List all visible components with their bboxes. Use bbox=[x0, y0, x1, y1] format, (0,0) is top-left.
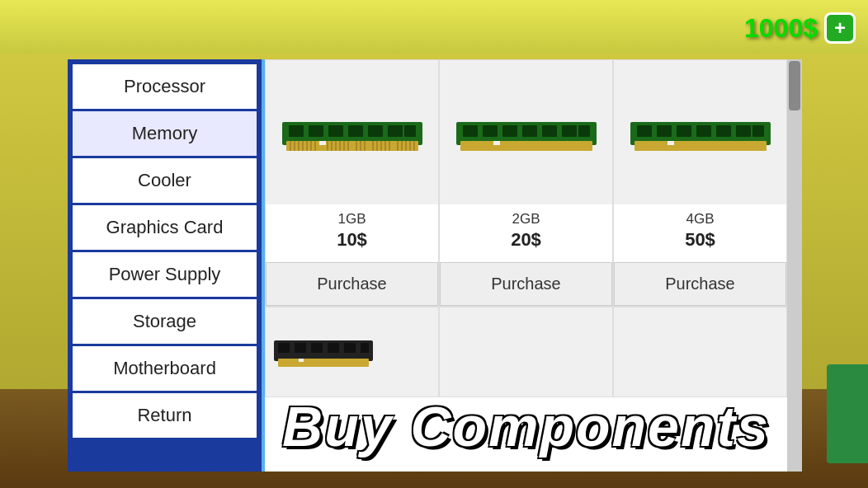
currency-display: 1000$ + bbox=[744, 12, 856, 44]
product-row2-2 bbox=[439, 307, 613, 397]
svg-rect-63 bbox=[361, 343, 369, 353]
scrollbar-track[interactable] bbox=[787, 59, 802, 472]
products-grid: 1GB 10$ Purchase bbox=[265, 59, 787, 397]
purchase-1gb-button[interactable]: Purchase bbox=[266, 262, 438, 306]
svg-rect-38 bbox=[463, 125, 478, 137]
svg-rect-4 bbox=[328, 125, 343, 137]
product-1gb-price: 10$ bbox=[269, 229, 435, 251]
svg-rect-8 bbox=[404, 125, 416, 137]
ram-1gb-icon bbox=[282, 110, 422, 155]
add-currency-button[interactable]: + bbox=[824, 12, 856, 44]
scrollbar-thumb[interactable] bbox=[789, 61, 800, 110]
svg-rect-47 bbox=[634, 141, 767, 151]
product-1gb-name: 1GB bbox=[269, 211, 435, 228]
svg-rect-7 bbox=[388, 125, 403, 137]
ceiling bbox=[0, 0, 868, 54]
product-row2-3 bbox=[613, 307, 787, 397]
product-1gb-image bbox=[266, 60, 438, 204]
svg-rect-64 bbox=[299, 359, 304, 362]
svg-rect-43 bbox=[562, 125, 577, 137]
svg-rect-42 bbox=[542, 125, 557, 137]
svg-rect-53 bbox=[736, 125, 751, 137]
product-row2-1 bbox=[265, 307, 439, 397]
svg-rect-39 bbox=[483, 125, 498, 137]
ram-row2-icon bbox=[274, 334, 373, 371]
sidebar-item-storage[interactable]: Storage bbox=[73, 299, 257, 344]
sidebar-item-graphics-card[interactable]: Graphics Card bbox=[73, 205, 257, 250]
svg-rect-49 bbox=[657, 125, 672, 137]
svg-rect-2 bbox=[289, 125, 304, 137]
svg-rect-37 bbox=[460, 141, 592, 151]
product-1gb: 1GB 10$ Purchase bbox=[265, 59, 439, 307]
ram-4gb-icon bbox=[630, 110, 771, 155]
sidebar-item-motherboard[interactable]: Motherboard bbox=[73, 346, 257, 391]
content-area: 1GB 10$ Purchase bbox=[262, 59, 802, 472]
svg-rect-50 bbox=[677, 125, 691, 137]
product-2gb: 2GB 20$ Purchase bbox=[439, 59, 613, 307]
svg-rect-1 bbox=[286, 141, 418, 151]
sidebar-item-power-supply[interactable]: Power Supply bbox=[73, 252, 257, 297]
product-2gb-info: 2GB 20$ bbox=[440, 204, 612, 262]
sidebar-item-processor[interactable]: Processor bbox=[73, 64, 257, 109]
svg-rect-5 bbox=[348, 125, 363, 137]
svg-rect-9 bbox=[319, 141, 326, 145]
product-2gb-image bbox=[440, 60, 612, 204]
purchase-2gb-button[interactable]: Purchase bbox=[440, 262, 612, 306]
product-4gb-image bbox=[614, 60, 786, 204]
svg-rect-6 bbox=[368, 125, 383, 137]
sidebar-item-memory[interactable]: Memory bbox=[73, 111, 257, 156]
product-row2-1-image bbox=[266, 307, 438, 396]
green-box-decoration bbox=[827, 364, 868, 463]
svg-rect-62 bbox=[344, 343, 356, 353]
buy-components-text: Buy Components bbox=[282, 394, 770, 458]
purchase-4gb-button[interactable]: Purchase bbox=[614, 262, 786, 306]
svg-rect-44 bbox=[578, 125, 590, 137]
product-row2-3-image bbox=[614, 307, 786, 396]
product-2gb-name: 2GB bbox=[443, 211, 609, 228]
currency-amount: 1000$ bbox=[744, 13, 818, 44]
svg-rect-55 bbox=[668, 141, 674, 145]
svg-rect-48 bbox=[637, 125, 652, 137]
product-4gb-price: 50$ bbox=[617, 229, 783, 251]
svg-rect-52 bbox=[716, 125, 731, 137]
svg-rect-57 bbox=[278, 359, 369, 367]
product-4gb: 4GB 50$ Purchase bbox=[613, 59, 787, 307]
svg-rect-59 bbox=[295, 343, 306, 353]
product-2gb-price: 20$ bbox=[443, 229, 609, 251]
main-panel: Processor Memory Cooler Graphics Card Po… bbox=[68, 59, 802, 472]
svg-rect-41 bbox=[522, 125, 537, 137]
sidebar: Processor Memory Cooler Graphics Card Po… bbox=[68, 59, 262, 472]
product-1gb-info: 1GB 10$ bbox=[266, 204, 438, 262]
svg-rect-60 bbox=[311, 343, 323, 353]
svg-rect-58 bbox=[278, 343, 290, 353]
svg-rect-40 bbox=[502, 125, 517, 137]
svg-rect-45 bbox=[493, 141, 500, 145]
svg-rect-3 bbox=[309, 125, 323, 137]
product-row2-2-image bbox=[440, 307, 612, 396]
svg-rect-61 bbox=[328, 343, 339, 353]
svg-rect-54 bbox=[752, 125, 764, 137]
sidebar-item-cooler[interactable]: Cooler bbox=[73, 158, 257, 203]
svg-rect-51 bbox=[696, 125, 711, 137]
sidebar-item-return[interactable]: Return bbox=[73, 393, 257, 438]
product-4gb-name: 4GB bbox=[617, 211, 783, 228]
ram-2gb-icon bbox=[456, 110, 597, 155]
product-4gb-info: 4GB 50$ bbox=[614, 204, 786, 262]
